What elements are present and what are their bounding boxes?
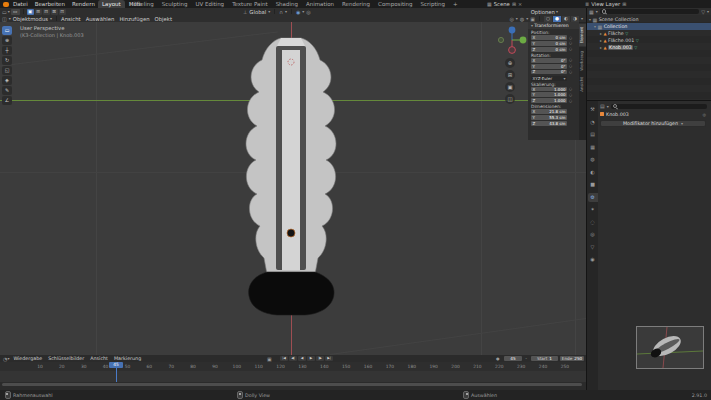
- workspace-tab[interactable]: Shading: [272, 0, 302, 8]
- play-reverse-button[interactable]: ◀: [298, 356, 306, 362]
- particles-tab[interactable]: ✶: [588, 205, 598, 214]
- add-modifier-button[interactable]: Modifikator hinzufügen▾: [600, 120, 706, 127]
- panel-title[interactable]: ▾ Transformieren: [528, 22, 579, 29]
- unlock-icon[interactable]: ○: [569, 64, 572, 68]
- viewport-menu-item[interactable]: Objekt: [155, 16, 172, 22]
- active-tool-button[interactable]: ▭: [11, 9, 20, 15]
- workspace-tab[interactable]: Rendering: [338, 0, 374, 8]
- measure-tool[interactable]: ∠: [2, 96, 12, 105]
- unlock-icon[interactable]: ○: [569, 87, 572, 91]
- editor-type-icon[interactable]: ◫: [2, 16, 7, 22]
- fallback-tool-icon[interactable]: ▭: [2, 9, 7, 15]
- expand-icon[interactable]: ▸: [600, 45, 602, 50]
- material-preview-button[interactable]: ◐: [562, 16, 570, 22]
- select-mode-subtract[interactable]: ⊟: [43, 9, 50, 15]
- expand-icon[interactable]: ▾: [589, 17, 591, 22]
- object-tab[interactable]: ■: [588, 180, 598, 189]
- pin-icon[interactable]: ◎: [703, 112, 707, 117]
- transform-tool[interactable]: ◈: [2, 76, 12, 85]
- timeline-scrollbar[interactable]: [0, 382, 586, 387]
- viewport-menu-item[interactable]: Auswählen: [86, 16, 115, 22]
- unlock-icon[interactable]: ○: [569, 70, 572, 74]
- select-box-tool[interactable]: ▭: [2, 26, 12, 35]
- shading-dropdown-icon[interactable]: ▾: [581, 16, 583, 21]
- outliner-row-scene-collection[interactable]: ▾ ▦ Scene Collection: [587, 16, 711, 23]
- workspace-tab[interactable]: Sculpting: [158, 0, 192, 8]
- workspace-tab[interactable]: Modeling: [125, 0, 158, 8]
- scene-tab[interactable]: ◍: [588, 155, 598, 164]
- menu-item[interactable]: Datei: [13, 1, 28, 7]
- new-view-layer-icon[interactable]: ⊞: [622, 1, 626, 7]
- playhead-frame-label[interactable]: 45: [109, 362, 123, 368]
- viewport-menu-item[interactable]: Ansicht: [61, 16, 81, 22]
- prev-keyframe-button[interactable]: ◀|: [289, 356, 297, 362]
- outliner-search-input[interactable]: [600, 9, 699, 14]
- gizmos-dropdown-icon[interactable]: ▾: [516, 16, 518, 21]
- wireframe-shading-button[interactable]: ○: [544, 16, 552, 22]
- workspace-tab[interactable]: Compositing: [374, 0, 416, 8]
- view-layer-tab[interactable]: ▦: [588, 143, 598, 152]
- jump-start-button[interactable]: |◀: [280, 356, 288, 362]
- unlock-icon[interactable]: ○: [569, 47, 572, 51]
- cursor-tool[interactable]: ⊕: [2, 36, 12, 45]
- current-frame-field[interactable]: 45: [504, 356, 522, 362]
- sidebar-tab[interactable]: Werkzeug: [579, 48, 586, 74]
- object-data-tab[interactable]: ▽: [588, 243, 598, 252]
- workspace-tab[interactable]: UV Editing: [191, 0, 228, 8]
- solid-shading-button[interactable]: ●: [553, 16, 561, 22]
- modifiers-tab[interactable]: ⚙: [588, 193, 598, 202]
- timeline-keyframe-area[interactable]: [0, 371, 586, 382]
- constraints-tab[interactable]: ◎: [588, 230, 598, 239]
- world-tab[interactable]: ◐: [588, 168, 598, 177]
- play-button[interactable]: ▶: [307, 356, 315, 362]
- viewport-3d[interactable]: ▭⊕┼↻◱◈✎∠ User Perspective (K3-Collection…: [0, 22, 586, 355]
- timeline-ruler[interactable]: 1020304050607080901001101201301401501601…: [0, 362, 586, 371]
- proportional-editing-icon[interactable]: ◉: [296, 9, 300, 15]
- unlink-scene-icon[interactable]: ×: [518, 1, 522, 7]
- outliner-row-collection[interactable]: ▾ ▦ Collection ⊙: [587, 23, 711, 30]
- workspace-tab[interactable]: +: [449, 0, 462, 8]
- timeline-menu-item[interactable]: Markierung: [114, 356, 141, 361]
- properties-search-input[interactable]: [611, 104, 707, 109]
- select-mode-extend[interactable]: ⊞: [35, 9, 42, 15]
- outliner-row-object-active[interactable]: ▸ ▲ Knob.003 ▽ ⊙: [587, 44, 711, 51]
- snap-magnet-icon[interactable]: ∩: [279, 9, 283, 15]
- gizmos-icon[interactable]: ◎: [509, 16, 513, 22]
- unlock-icon[interactable]: ○: [569, 41, 572, 45]
- expand-icon[interactable]: ▸: [600, 31, 602, 36]
- next-keyframe-button[interactable]: |▶: [316, 356, 324, 362]
- rotation-mode-dropdown[interactable]: XYZ-Euler▾: [531, 76, 567, 81]
- view-layer-selector[interactable]: ≣ View Layer ⊞: [585, 0, 626, 8]
- timeline-menu-item[interactable]: Wiedergabe: [13, 356, 42, 361]
- output-tab[interactable]: ▤: [588, 130, 598, 139]
- menu-item[interactable]: Rendern: [72, 1, 95, 7]
- workspace-tab[interactable]: Animation: [302, 0, 338, 8]
- expand-icon[interactable]: ▾: [594, 24, 596, 29]
- outliner-row-object[interactable]: ▸ ▲ Fläche.001 ▽ ⊙: [587, 37, 711, 44]
- workspace-tab[interactable]: Scripting: [417, 0, 449, 8]
- move-tool[interactable]: ┼: [2, 46, 12, 55]
- timeline-menu-item[interactable]: Ansicht: [90, 356, 108, 361]
- sidebar-tab[interactable]: Element: [579, 24, 586, 47]
- annotate-tool[interactable]: ✎: [2, 86, 12, 95]
- transform-orientation-dropdown[interactable]: Global: [249, 9, 266, 15]
- unlock-icon[interactable]: ○: [569, 99, 572, 103]
- pan-button[interactable]: ⊞: [505, 70, 515, 80]
- unlock-icon[interactable]: ○: [569, 36, 572, 40]
- overlays-dropdown-icon[interactable]: ▾: [526, 16, 528, 21]
- new-scene-icon[interactable]: ⊞: [512, 1, 516, 7]
- perspective-toggle-button[interactable]: ◫: [505, 94, 515, 104]
- workspace-tab[interactable]: Layout: [98, 0, 125, 8]
- auto-key-icon[interactable]: ●: [496, 356, 500, 361]
- camera-view-button[interactable]: ▣: [505, 82, 515, 92]
- sync-icon[interactable]: ▣: [267, 356, 272, 362]
- menu-item[interactable]: Bearbeiten: [35, 1, 65, 7]
- outliner-row-object[interactable]: ▸ ▲ Fläche ▽ ⊙: [587, 30, 711, 37]
- navigation-gizmo[interactable]: [494, 24, 530, 56]
- snap-dropdown-icon[interactable]: ▾: [285, 9, 287, 14]
- timeline-menu-item[interactable]: Schlüsselbilder: [48, 356, 84, 361]
- fallback-tool-caret-icon[interactable]: ▾: [8, 9, 10, 14]
- sidebar-tab[interactable]: Ansicht: [579, 74, 586, 95]
- unlock-icon[interactable]: ○: [569, 93, 572, 97]
- proportional-dropdown-icon[interactable]: ▾: [302, 9, 304, 14]
